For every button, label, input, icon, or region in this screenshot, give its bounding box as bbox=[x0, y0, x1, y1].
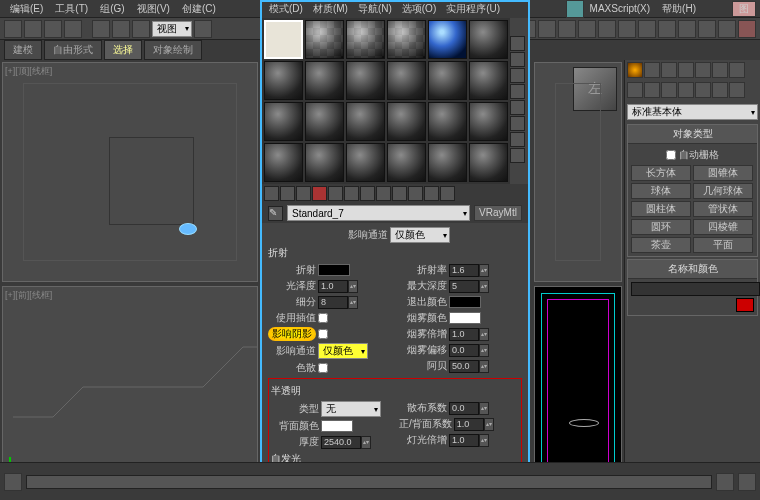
autogrid-checkbox[interactable] bbox=[666, 150, 676, 160]
helpers-icon[interactable] bbox=[695, 82, 711, 98]
mat-slot-5[interactable] bbox=[428, 20, 467, 59]
unlink-icon[interactable] bbox=[44, 20, 62, 38]
glossy-spinner[interactable] bbox=[318, 280, 348, 293]
make-unique-icon[interactable] bbox=[344, 186, 359, 201]
tab-objectpaint[interactable]: 对象绘制 bbox=[144, 40, 202, 60]
torus-button[interactable]: 圆环 bbox=[631, 219, 691, 235]
render-frame-icon[interactable] bbox=[718, 20, 736, 38]
maxdepth-spinner[interactable] bbox=[449, 280, 479, 293]
rotate-icon[interactable] bbox=[112, 20, 130, 38]
plane-button[interactable]: 平面 bbox=[693, 237, 753, 253]
transtype-dropdown[interactable]: 无 bbox=[321, 401, 381, 417]
mat-slot-8[interactable] bbox=[305, 61, 344, 100]
extra-button[interactable]: 图 bbox=[732, 1, 756, 17]
mat-menu-mode[interactable]: 模式(D) bbox=[264, 2, 308, 18]
material-name-dropdown[interactable]: Standard_7 bbox=[287, 205, 470, 221]
spin-buttons[interactable]: ▴▾ bbox=[479, 344, 489, 357]
fogbias-spinner[interactable] bbox=[449, 344, 479, 357]
get-material-icon[interactable] bbox=[264, 186, 279, 201]
menu-help[interactable]: 帮助(H) bbox=[656, 2, 702, 16]
mat-slot-13[interactable] bbox=[264, 102, 303, 141]
spin-buttons[interactable]: ▴▾ bbox=[479, 328, 489, 341]
spin-buttons[interactable]: ▴▾ bbox=[479, 434, 489, 447]
spin-buttons[interactable]: ▴▾ bbox=[348, 280, 358, 293]
spin-buttons[interactable]: ▴▾ bbox=[361, 436, 371, 449]
menu-tools[interactable]: 工具(T) bbox=[49, 2, 94, 16]
mat-slot-9[interactable] bbox=[346, 61, 385, 100]
center-icon[interactable] bbox=[194, 20, 212, 38]
fwdback-spinner[interactable] bbox=[454, 418, 484, 431]
exitcolor-swatch[interactable] bbox=[449, 296, 481, 308]
tube-button[interactable]: 管状体 bbox=[693, 201, 753, 217]
video-check-icon[interactable] bbox=[510, 100, 525, 115]
mat-menu-nav[interactable]: 导航(N) bbox=[353, 2, 397, 18]
object-name-input[interactable] bbox=[631, 282, 760, 296]
tab-modeling[interactable]: 建模 bbox=[4, 40, 42, 60]
utilities-tab-icon[interactable] bbox=[712, 62, 728, 78]
angle-snap-icon[interactable] bbox=[538, 20, 556, 38]
motion-tab-icon[interactable] bbox=[678, 62, 694, 78]
rollout-header[interactable]: 对象类型 bbox=[628, 125, 757, 144]
backlight-icon[interactable] bbox=[510, 52, 525, 67]
timeconfig-icon[interactable] bbox=[4, 473, 22, 491]
create-tab-icon[interactable] bbox=[627, 62, 643, 78]
layer-icon[interactable] bbox=[618, 20, 636, 38]
cameras-icon[interactable] bbox=[678, 82, 694, 98]
script-icon[interactable] bbox=[566, 0, 584, 18]
link-icon[interactable] bbox=[24, 20, 42, 38]
menu-group[interactable]: 组(G) bbox=[94, 2, 130, 16]
menu-create[interactable]: 创建(C) bbox=[176, 2, 222, 16]
scale-icon[interactable] bbox=[132, 20, 150, 38]
spin-buttons[interactable]: ▴▾ bbox=[484, 418, 494, 431]
backcolor-swatch[interactable] bbox=[321, 420, 353, 432]
viewport-front[interactable]: [+][前][线框] bbox=[2, 286, 258, 476]
move-icon[interactable] bbox=[92, 20, 110, 38]
spin-buttons[interactable]: ▴▾ bbox=[479, 402, 489, 415]
mat-slot-17[interactable] bbox=[428, 102, 467, 141]
cone-button[interactable]: 圆锥体 bbox=[693, 165, 753, 181]
options-icon[interactable] bbox=[510, 132, 525, 147]
mat-slot-22[interactable] bbox=[387, 143, 426, 182]
mat-slot-11[interactable] bbox=[428, 61, 467, 100]
key-icon[interactable] bbox=[716, 473, 734, 491]
mat-slot-2[interactable] bbox=[305, 20, 344, 59]
mat-menu-options[interactable]: 选项(O) bbox=[397, 2, 441, 18]
affect-channel-dropdown[interactable]: 仅颜色 bbox=[390, 227, 450, 243]
lightmult-spinner[interactable] bbox=[449, 434, 479, 447]
mat-slot-21[interactable] bbox=[346, 143, 385, 182]
mat-slot-10[interactable] bbox=[387, 61, 426, 100]
systems-icon[interactable] bbox=[729, 82, 745, 98]
uvtile-icon[interactable] bbox=[510, 84, 525, 99]
mat-slot-3[interactable] bbox=[346, 20, 385, 59]
render-setup-icon[interactable] bbox=[698, 20, 716, 38]
mat-slot-16[interactable] bbox=[387, 102, 426, 141]
bind-icon[interactable] bbox=[64, 20, 82, 38]
mat-slot-1[interactable] bbox=[264, 20, 303, 59]
tab-freeform[interactable]: 自由形式 bbox=[44, 40, 102, 60]
put-to-scene-icon[interactable] bbox=[280, 186, 295, 201]
go-sibling-icon[interactable] bbox=[440, 186, 455, 201]
mat-menu-material[interactable]: 材质(M) bbox=[308, 2, 353, 18]
select-by-mat-icon[interactable] bbox=[510, 148, 525, 163]
geosphere-button[interactable]: 几何球体 bbox=[693, 183, 753, 199]
mat-slot-18[interactable] bbox=[469, 102, 508, 141]
background-icon[interactable] bbox=[510, 68, 525, 83]
show-map-icon[interactable] bbox=[392, 186, 407, 201]
material-type-button[interactable]: VRayMtl bbox=[474, 205, 522, 221]
sample-type-icon[interactable] bbox=[510, 36, 525, 51]
teapot-object[interactable] bbox=[179, 223, 197, 235]
ior-spinner[interactable] bbox=[449, 264, 479, 277]
refract-color[interactable] bbox=[318, 264, 350, 276]
display-tab-icon[interactable] bbox=[695, 62, 711, 78]
menu-maxscript[interactable]: MAXScript(X) bbox=[584, 3, 657, 14]
show-end-icon[interactable] bbox=[408, 186, 423, 201]
hierarchy-tab-icon[interactable] bbox=[661, 62, 677, 78]
put-library-icon[interactable] bbox=[360, 186, 375, 201]
spin-buttons[interactable]: ▴▾ bbox=[479, 360, 489, 373]
select-icon[interactable] bbox=[4, 20, 22, 38]
refcoord-dropdown[interactable]: 视图 bbox=[152, 21, 192, 37]
spin-buttons[interactable]: ▴▾ bbox=[479, 264, 489, 277]
affectch-dropdown[interactable]: 仅颜色 bbox=[318, 343, 368, 359]
spin-buttons[interactable]: ▴▾ bbox=[348, 296, 358, 309]
rollout-header[interactable]: 名称和颜色 bbox=[628, 260, 757, 279]
